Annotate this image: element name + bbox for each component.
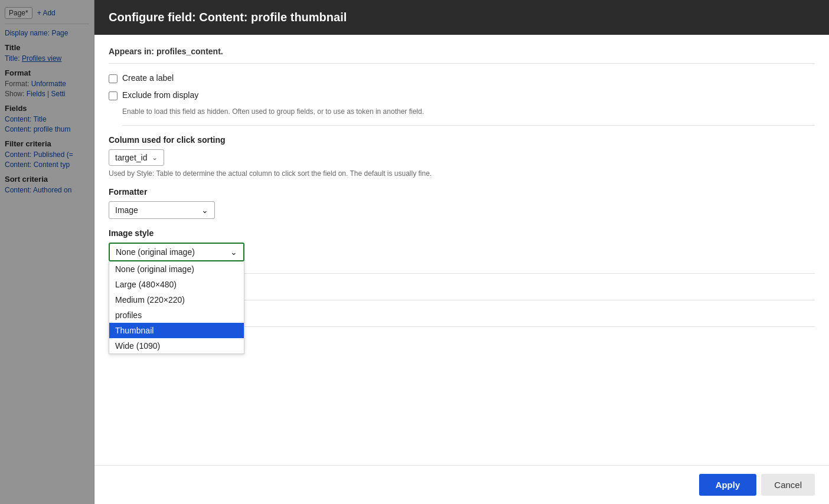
configure-field-modal: Configure field: Content: profile thumbn…: [94, 0, 829, 504]
create-label-checkbox[interactable]: [109, 74, 118, 83]
image-style-option-medium[interactable]: Medium (220×220): [109, 292, 244, 307]
column-sorting-select-wrapper: target_id ⌄: [109, 149, 164, 166]
formatter-select[interactable]: Image ⌄: [109, 201, 215, 219]
image-style-option-wide[interactable]: Wide (1090): [109, 338, 244, 354]
image-style-label: Image style: [109, 228, 815, 238]
create-label-row: Create a label: [109, 73, 815, 83]
image-style-chevron-icon: ⌄: [230, 247, 237, 257]
appears-in: Appears in: profiles_content.: [109, 47, 815, 64]
exclude-display-text: Exclude from display: [122, 90, 198, 100]
image-style-option-large[interactable]: Large (480×480): [109, 277, 244, 292]
image-style-dropdown-container: None (original image) ⌄ None (original i…: [109, 243, 244, 261]
column-sorting-value: target_id: [115, 153, 147, 162]
formatter-chevron-icon: ⌄: [201, 205, 208, 215]
image-style-option-profiles[interactable]: profiles: [109, 307, 244, 323]
apply-button[interactable]: Apply: [699, 474, 757, 496]
chevron-down-icon: ⌄: [152, 153, 158, 162]
create-label-text: Create a label: [122, 73, 174, 83]
column-sorting-hint: Used by Style: Table to determine the ac…: [109, 169, 815, 178]
modal-footer: Apply Cancel: [94, 465, 829, 504]
formatter-label: Formatter: [109, 187, 815, 197]
formatter-value: Image: [115, 205, 138, 215]
exclude-display-desc: Enable to load this field as hidden. Oft…: [122, 107, 815, 126]
image-style-select[interactable]: None (original image) ⌄: [109, 243, 244, 261]
column-sorting-select[interactable]: target_id ⌄: [109, 149, 164, 166]
modal-body: Appears in: profiles_content. Create a l…: [94, 35, 829, 465]
exclude-display-row: Exclude from display: [109, 90, 815, 100]
image-style-option-none[interactable]: None (original image): [109, 261, 244, 277]
exclude-display-checkbox[interactable]: [109, 91, 118, 100]
cancel-button[interactable]: Cancel: [761, 474, 815, 496]
image-style-option-thumbnail[interactable]: Thumbnail: [109, 323, 244, 338]
column-sorting-label: Column used for click sorting: [109, 135, 815, 145]
formatter-section: Formatter Image ⌄: [109, 187, 815, 219]
image-style-dropdown-menu: None (original image) Large (480×480) Me…: [109, 261, 244, 354]
column-sorting-section: Column used for click sorting target_id …: [109, 135, 815, 178]
image-style-section: Image style None (original image) ⌄ None…: [109, 228, 815, 261]
image-style-current-value: None (original image): [116, 247, 195, 257]
modal-title: Configure field: Content: profile thumbn…: [94, 0, 829, 35]
